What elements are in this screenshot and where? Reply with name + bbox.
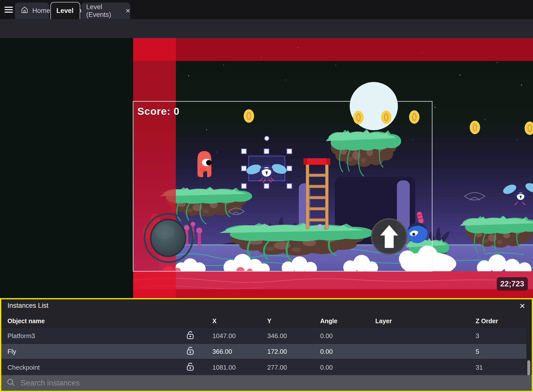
red-strip-left[interactable] [133,38,176,298]
table-row-checkpoint[interactable]: Checkpoint 1081.00 277.00 0.00 31 [1,359,526,375]
cell-object-name[interactable]: Fly [7,348,16,355]
main-menu-icon[interactable] [4,7,13,13]
red-band-top[interactable] [133,38,533,61]
panel-close-icon[interactable]: ✕ [519,302,525,310]
coin [353,111,364,124]
col-z-order[interactable]: Z Order [476,317,498,325]
col-angle[interactable]: Angle [320,317,337,325]
jump-button-control[interactable] [372,219,407,254]
instances-table-header: Object name X Y Angle Layer Z Order [1,314,526,328]
cell-y[interactable]: 346.00 [267,332,287,340]
search-icon [7,378,15,388]
cell-angle[interactable]: 0.00 [320,332,333,340]
scene-canvas[interactable] [0,38,533,298]
coin [381,111,391,124]
cell-x[interactable]: 1047.00 [212,332,236,340]
col-x[interactable]: X [212,317,217,325]
selected-fly-instance[interactable] [245,156,288,183]
gdevelop-editor-window: Home Level ✕ Level (Events) ✕ [0,0,533,392]
tab-level-events[interactable]: Level (Events) ✕ [81,2,130,19]
col-y[interactable]: Y [267,317,271,325]
instances-list-panel: Instances List ✕ Object name X Y Angle L… [0,298,533,392]
cell-z-order[interactable]: 3 [476,332,479,340]
coin [409,110,419,124]
unlock-icon[interactable] [187,362,194,373]
coin [244,109,254,123]
table-row-platform3[interactable]: Platform3 1047.00 346.00 0.00 3 [1,328,526,344]
col-layer[interactable]: Layer [375,317,392,325]
joystick-control[interactable] [145,214,193,262]
cell-z-order[interactable]: 31 [476,363,483,371]
tab-level-label: Level [56,7,74,15]
scene-editor-toolbar: Preview Publish [0,19,533,38]
table-row-fly-selected[interactable]: Fly 366.00 172.00 0.00 5 [1,344,526,359]
cell-z-order[interactable]: 5 [476,348,479,355]
tab-events-label: Level (Events) [86,3,120,19]
tab-level-active[interactable]: Level ✕ [50,2,80,19]
tab-home-label: Home [32,7,50,15]
cursor-coordinates-badge: 22;723 [497,277,528,291]
score-hud-text: Score: 0 [137,106,180,117]
red-ground [133,271,533,298]
tab-events-close-icon[interactable]: ✕ [125,8,130,14]
tab-home[interactable]: Home [15,2,49,19]
unlock-icon[interactable] [187,330,194,341]
unlock-icon[interactable] [187,346,194,357]
cell-x[interactable]: 1081.00 [212,363,236,371]
coin [470,121,480,134]
cell-y[interactable]: 172.00 [267,348,287,355]
tab-bar: Home Level ✕ Level (Events) ✕ [0,0,533,19]
cell-angle[interactable]: 0.00 [320,348,333,355]
panel-title: Instances List [7,302,48,310]
cell-angle[interactable]: 0.00 [320,363,333,371]
cell-object-name[interactable]: Platform3 [7,332,35,340]
search-instances-input[interactable] [20,378,244,388]
cell-object-name[interactable]: Checkpoint [7,363,40,371]
scene-art [0,38,533,298]
panel-scrollbar[interactable] [527,360,530,376]
home-icon [21,6,28,15]
cell-x[interactable]: 366.00 [212,348,232,355]
rotate-handle [265,136,269,141]
pebble [317,224,322,229]
cell-y[interactable]: 277.00 [267,363,287,371]
instances-search-bar [1,375,532,391]
col-object-name[interactable]: Object name [7,317,45,325]
